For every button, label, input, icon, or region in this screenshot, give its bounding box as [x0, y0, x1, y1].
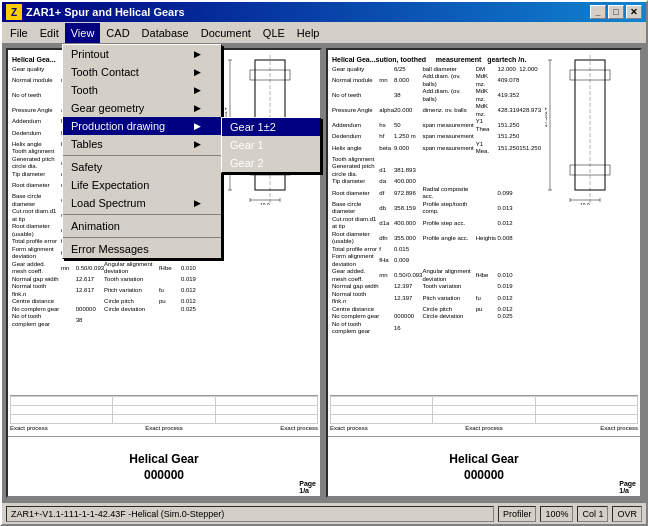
window-title: ZAR1+ Spur and Helical Gears [26, 6, 185, 18]
menu-load-spectrum[interactable]: Load Spectrum ▶ [63, 194, 221, 212]
menu-animation[interactable]: Animation [63, 217, 221, 235]
menu-life-expectation[interactable]: Life Expectation [63, 176, 221, 194]
left-page-indicator: Page1/a [299, 480, 316, 494]
tooth-contact-arrow: ▶ [194, 67, 201, 77]
right-gear-drawing: 27.5±0.4 10.0 [545, 55, 635, 205]
menu-help[interactable]: Help [291, 23, 326, 43]
status-bar: ZAR1+-V1.1-111-1-1-42.43F -Helical (Sim.… [2, 502, 646, 524]
menu-bar: File Edit View CAD Database Document QLE… [2, 22, 646, 44]
tables-arrow: ▶ [194, 139, 201, 149]
menu-safety[interactable]: Safety [63, 158, 221, 176]
view-dropdown: Printout ▶ Tooth Contact ▶ Tooth ▶ Gear … [62, 44, 222, 259]
right-data-table: Helical Gea...sution, toothed measuremen… [332, 56, 541, 336]
menu-printout[interactable]: Printout ▶ [63, 45, 221, 63]
menu-production-drawing[interactable]: Production drawing ▶ Gear 1±2 Gear 1 Gea… [63, 117, 221, 135]
right-bottom-table: Exact process Exact process Exact proces… [330, 395, 638, 431]
menu-tooth-contact[interactable]: Tooth Contact ▶ [63, 63, 221, 81]
minimize-button[interactable]: _ [590, 5, 606, 19]
right-gear-label-area: Helical Gear 000000 Page1/a [328, 436, 640, 496]
separator-1 [63, 155, 221, 156]
menu-gear-geometry[interactable]: Gear geometry ▶ [63, 99, 221, 117]
status-zoom: 100% [540, 506, 573, 522]
close-button[interactable]: ✕ [626, 5, 642, 19]
printout-arrow: ▶ [194, 49, 201, 59]
production-drawing-arrow: ▶ [194, 121, 201, 131]
right-gear-number: 000000 [464, 468, 504, 482]
main-window: Z ZAR1+ Spur and Helical Gears _ □ ✕ Fil… [0, 0, 648, 526]
svg-text:27.5±0.4: 27.5±0.4 [545, 107, 548, 127]
load-spectrum-arrow: ▶ [194, 198, 201, 208]
separator-3 [63, 237, 221, 238]
submenu-gear-2[interactable]: Gear 2 [222, 154, 320, 172]
app-icon: Z [6, 4, 22, 20]
submenu-gear-1-2[interactable]: Gear 1±2 [222, 118, 320, 136]
left-gear-label-area: Helical Gear 000000 Page1/a [8, 436, 320, 496]
status-profiler: Profiler [498, 506, 537, 522]
left-gear-number: 000000 [144, 468, 184, 482]
tooth-arrow: ▶ [194, 85, 201, 95]
title-bar: Z ZAR1+ Spur and Helical Gears _ □ ✕ [2, 2, 646, 22]
menu-qle[interactable]: QLE [257, 23, 291, 43]
right-doc-panel: 27.5±0.4 10.0 Helical Gea...sution, toot… [326, 48, 642, 498]
menu-view[interactable]: View [65, 23, 101, 43]
status-text: ZAR1+-V1.1-111-1-1-42.43F -Helical (Sim.… [6, 506, 494, 522]
production-drawing-submenu: Gear 1±2 Gear 1 Gear 2 [221, 117, 321, 173]
status-col: Col 1 [577, 506, 608, 522]
svg-text:10.0: 10.0 [580, 202, 590, 205]
menu-file[interactable]: File [4, 23, 34, 43]
submenu-gear-1[interactable]: Gear 1 [222, 136, 320, 154]
menu-document[interactable]: Document [195, 23, 257, 43]
right-page-indicator: Page1/a [619, 480, 636, 494]
maximize-button[interactable]: □ [608, 5, 624, 19]
left-bottom-table: Exact process Exact process Exact proces… [10, 395, 318, 431]
right-doc-content: 27.5±0.4 10.0 Helical Gea...sution, toot… [328, 50, 640, 496]
right-gear-label: Helical Gear [449, 452, 518, 466]
right-table: Gear quality6/25ball diameterDM12.00012.… [332, 66, 541, 336]
title-bar-buttons: _ □ ✕ [590, 5, 642, 19]
gear-geometry-arrow: ▶ [194, 103, 201, 113]
menu-tooth[interactable]: Tooth ▶ [63, 81, 221, 99]
menu-error-messages[interactable]: Error Messages [63, 240, 221, 258]
separator-2 [63, 214, 221, 215]
menu-cad[interactable]: CAD [100, 23, 135, 43]
status-ovr: OVR [612, 506, 642, 522]
svg-text:10.0: 10.0 [260, 202, 270, 205]
menu-edit[interactable]: Edit [34, 23, 65, 43]
menu-database[interactable]: Database [136, 23, 195, 43]
left-gear-label: Helical Gear [129, 452, 198, 466]
menu-tables[interactable]: Tables ▶ [63, 135, 221, 153]
